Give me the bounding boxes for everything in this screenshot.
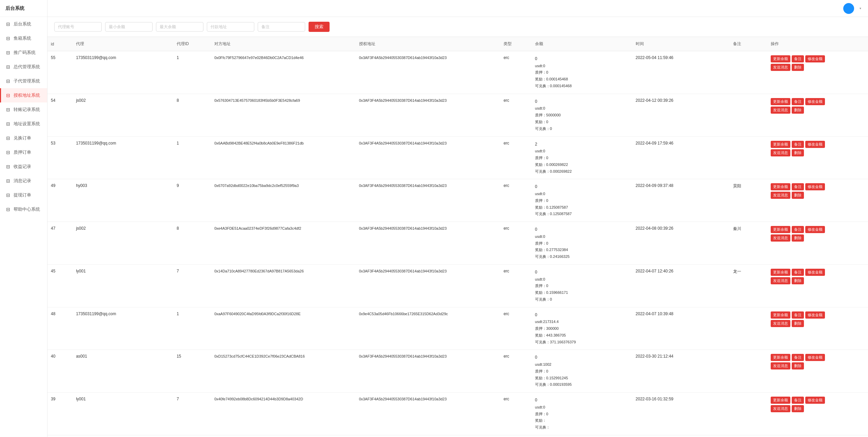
remark-button[interactable]: 备注 xyxy=(792,226,804,233)
action-row-2: 发送消息 删除 xyxy=(771,320,804,327)
table-header-row: id 代理 代理ID 对方地址 授权地址 类型 余额 时间 备注 操作 xyxy=(47,37,868,51)
max-balance-input[interactable] xyxy=(156,22,203,32)
sidebar-item-address-setting-system[interactable]: ⊟地址设置系统 xyxy=(0,117,47,131)
table-row: 55 1735031199@qq.com 1 0x0Ffc79F52796647… xyxy=(47,51,868,94)
admin-dropdown-icon[interactable]: ▾ xyxy=(860,6,861,10)
sidebar-item-backend-system[interactable]: ⊟后台系统 xyxy=(0,17,47,31)
cell-agentid: 1 xyxy=(173,307,211,350)
remark-button[interactable]: 备注 xyxy=(792,354,804,361)
modify-amount-button[interactable]: 修改金额 xyxy=(805,98,825,105)
delete-button[interactable]: 删除 xyxy=(792,107,804,114)
cell-time: 2022-03-16 01:32:59 xyxy=(632,393,730,435)
sidebar-item-pledge-order[interactable]: ⊟质押订单 xyxy=(0,145,47,159)
send-msg-button[interactable]: 发送消息 xyxy=(771,192,790,199)
remark-button[interactable]: 备注 xyxy=(792,55,804,62)
sidebar-item-withdraw-order[interactable]: ⊟提现订单 xyxy=(0,188,47,202)
action-cell: 更新余额 备注 修改金额 发送消息 删除 xyxy=(771,397,865,412)
remark-button[interactable]: 备注 xyxy=(792,397,804,404)
cell-type: erc xyxy=(500,51,532,94)
update-balance-button[interactable]: 更新余额 xyxy=(771,269,790,276)
update-balance-button[interactable]: 更新余额 xyxy=(771,141,790,148)
send-msg-button[interactable]: 发送消息 xyxy=(771,64,790,71)
delete-button[interactable]: 删除 xyxy=(792,192,804,199)
send-msg-button[interactable]: 发送消息 xyxy=(771,234,790,242)
modify-amount-button[interactable]: 修改金额 xyxy=(805,141,825,148)
send-msg-button[interactable]: 发送消息 xyxy=(771,277,790,284)
sidebar-item-transfer-record-system[interactable]: ⊟转账记录系统 xyxy=(0,102,47,117)
cell-op: 更新余额 备注 修改金额 发送消息 删除 xyxy=(767,94,868,136)
cell-agentid: 8 xyxy=(173,94,211,136)
cell-peer-addr: 0x0Ffc79F52796647e97e02B46Db0C2A7aCD1d4e… xyxy=(211,51,356,94)
cell-id: 54 xyxy=(47,94,73,136)
min-balance-input[interactable] xyxy=(105,22,153,32)
cell-agent: 1735031199@qq.com xyxy=(73,51,173,94)
cell-id: 49 xyxy=(47,179,73,222)
modify-amount-button[interactable]: 修改金额 xyxy=(805,226,825,233)
modify-amount-button[interactable]: 修改金额 xyxy=(805,311,825,319)
send-msg-button[interactable]: 发送消息 xyxy=(771,320,790,327)
modify-amount-button[interactable]: 修改金额 xyxy=(805,269,825,276)
modify-amount-button[interactable]: 修改金额 xyxy=(805,354,825,361)
sidebar-item-sub-agent-system[interactable]: ⊟子代管理系统 xyxy=(0,74,47,88)
action-row-2: 发送消息 删除 xyxy=(771,64,804,71)
sidebar-icon-message-record: ⊟ xyxy=(5,178,11,184)
table-row: 40 as001 15 0xD15273cd75cfC44CE1D392Ce7f… xyxy=(47,350,868,393)
cell-remark xyxy=(730,51,767,94)
sidebar: 后台系统 ⊟后台系统⊟鱼箱系统⊟推广码系统⊟总代管理系统⊟子代管理系统⊟授权地址… xyxy=(0,0,47,437)
action-row-2: 发送消息 删除 xyxy=(771,107,804,114)
delete-button[interactable]: 删除 xyxy=(792,362,804,369)
cell-op: 更新余额 备注 修改金额 发送消息 删除 xyxy=(767,222,868,265)
sidebar-item-exchange-order[interactable]: ⊟兑换订单 xyxy=(0,131,47,145)
remark-input[interactable] xyxy=(258,22,305,32)
sidebar-item-help-center-system[interactable]: ⊟帮助中心系统 xyxy=(0,202,47,216)
delete-button[interactable]: 删除 xyxy=(792,234,804,242)
sidebar-logo: 后台系统 xyxy=(0,0,47,17)
update-balance-button[interactable]: 更新余额 xyxy=(771,311,790,319)
action-cell: 更新余额 备注 修改金额 发送消息 删除 xyxy=(771,141,865,156)
delete-button[interactable]: 删除 xyxy=(792,277,804,284)
action-cell: 更新余额 备注 修改金额 发送消息 删除 xyxy=(771,354,865,369)
cell-remark xyxy=(730,393,767,435)
modify-amount-button[interactable]: 修改金额 xyxy=(805,397,825,404)
sidebar-item-promo-code-system[interactable]: ⊟推广码系统 xyxy=(0,45,47,60)
send-msg-button[interactable]: 发送消息 xyxy=(771,149,790,156)
update-balance-button[interactable]: 更新余额 xyxy=(771,98,790,105)
remark-button[interactable]: 备注 xyxy=(792,183,804,190)
modify-amount-button[interactable]: 修改金额 xyxy=(805,183,825,190)
remark-button[interactable]: 备注 xyxy=(792,98,804,105)
sidebar-label-pledge-order: 质押订单 xyxy=(14,149,31,155)
cell-remark: 秦川 xyxy=(730,222,767,265)
data-table: id 代理 代理ID 对方地址 授权地址 类型 余额 时间 备注 操作 55 1… xyxy=(47,37,868,435)
header-right: ▾ xyxy=(843,3,861,14)
cell-agent: 1735031199@qq.com xyxy=(73,136,173,179)
cell-op: 更新余额 备注 修改金额 发送消息 删除 xyxy=(767,51,868,94)
payment-address-input[interactable] xyxy=(207,22,254,32)
remark-button[interactable]: 备注 xyxy=(792,269,804,276)
sidebar-item-message-record[interactable]: ⊟消息记录 xyxy=(0,174,47,188)
cell-agentid: 7 xyxy=(173,264,211,307)
cell-remark: 龙一 xyxy=(730,264,767,307)
delete-button[interactable]: 删除 xyxy=(792,405,804,412)
delete-button[interactable]: 删除 xyxy=(792,320,804,327)
modify-amount-button[interactable]: 修改金额 xyxy=(805,55,825,62)
sidebar-item-income-record[interactable]: ⊟收益记录 xyxy=(0,159,47,174)
update-balance-button[interactable]: 更新余额 xyxy=(771,183,790,190)
cell-balance: 0 usdt:0 质押：0 奖励：0.159666171 可兑换：0 xyxy=(532,264,632,307)
send-msg-button[interactable]: 发送消息 xyxy=(771,362,790,369)
sidebar-item-auth-address-system[interactable]: ⊟授权地址系统 xyxy=(0,88,47,102)
update-balance-button[interactable]: 更新余额 xyxy=(771,397,790,404)
delete-button[interactable]: 删除 xyxy=(792,149,804,156)
update-balance-button[interactable]: 更新余额 xyxy=(771,55,790,62)
remark-button[interactable]: 备注 xyxy=(792,141,804,148)
agent-account-input[interactable] xyxy=(54,22,102,32)
cell-op: 更新余额 备注 修改金额 发送消息 删除 xyxy=(767,264,868,307)
remark-button[interactable]: 备注 xyxy=(792,311,804,319)
sidebar-item-general-agent-system[interactable]: ⊟总代管理系统 xyxy=(0,60,47,74)
send-msg-button[interactable]: 发送消息 xyxy=(771,405,790,412)
update-balance-button[interactable]: 更新余额 xyxy=(771,226,790,233)
send-msg-button[interactable]: 发送消息 xyxy=(771,107,790,114)
update-balance-button[interactable]: 更新余额 xyxy=(771,354,790,361)
search-button[interactable]: 搜索 xyxy=(309,22,330,32)
sidebar-item-fish-tank-system[interactable]: ⊟鱼箱系统 xyxy=(0,31,47,45)
delete-button[interactable]: 删除 xyxy=(792,64,804,71)
